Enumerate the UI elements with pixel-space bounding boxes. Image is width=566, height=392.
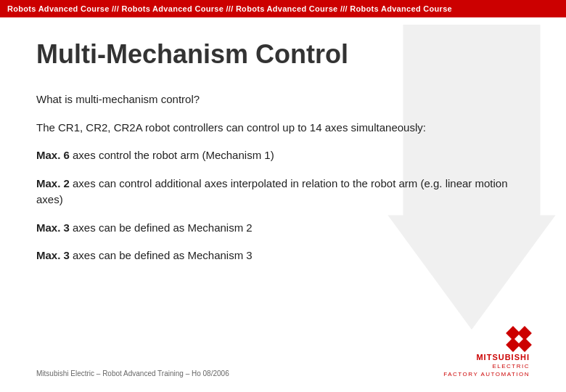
section-mech1-bold: Max. 6 [36,149,70,161]
mitsubishi-sub-electric: ELECTRIC [492,363,530,369]
section-mech1: Max. 6 axes control the robot arm (Mecha… [36,147,530,164]
breadcrumb-bar: Robots Advanced Course /// Robots Advanc… [0,0,566,17]
section-question-text: What is multi-mechanism control? [36,93,200,105]
footer: Mitsubishi Electric – Robot Advanced Tra… [36,328,530,377]
page-title: Multi-Mechanism Control [36,39,530,70]
section-mech4-bold: Max. 3 [36,249,70,261]
section-mech3-bold: Max. 3 [36,221,70,234]
mitsubishi-tagline: FACTORY AUTOMATION [443,371,530,377]
section-intro-text: The CR1, CR2, CR2A robot controllers can… [36,121,426,134]
main-content: Multi-Mechanism Control What is multi-me… [0,17,566,386]
section-mech2: Max. 2 axes can control additional axes … [36,176,530,208]
mitsubishi-name: MITSUBISHI [476,353,530,362]
section-mech3-text: axes can be defined as Mechanism 2 [70,221,253,234]
footer-text: Mitsubishi Electric – Robot Advanced Tra… [36,369,229,377]
section-question: What is multi-mechanism control? [36,91,530,108]
mitsubishi-logo: MITSUBISHI ELECTRIC FACTORY AUTOMATION [443,328,530,377]
section-mech1-text: axes control the robot arm (Mechanism 1) [70,149,274,161]
section-mech3: Max. 3 axes can be defined as Mechanism … [36,220,530,237]
diamond-bottom-right [517,338,532,352]
section-mech2-bold: Max. 2 [36,177,70,189]
mitsubishi-diamonds [508,328,530,350]
section-mech4: Max. 3 axes can be defined as Mechanism … [36,248,530,264]
section-mech2-text: axes can control additional axes interpo… [36,177,508,206]
content-body: What is multi-mechanism control? The CR1… [36,91,530,264]
breadcrumb-text: Robots Advanced Course /// Robots Advanc… [7,4,452,13]
section-intro: The CR1, CR2, CR2A robot controllers can… [36,120,530,136]
section-mech4-text: axes can be defined as Mechanism 3 [70,249,253,261]
